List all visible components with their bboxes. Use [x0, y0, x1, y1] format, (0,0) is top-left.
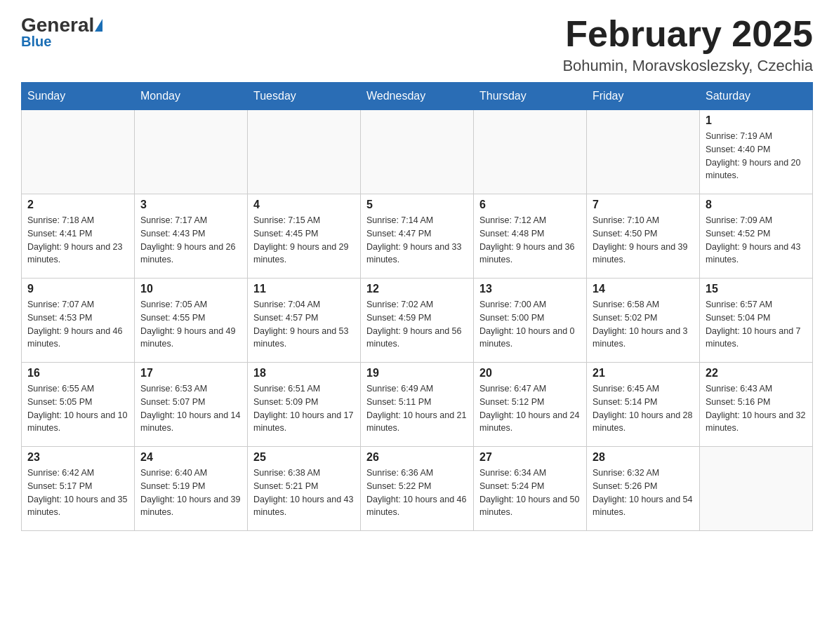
day-info: Sunrise: 6:55 AMSunset: 5:05 PMDaylight:…	[27, 382, 128, 435]
table-row	[361, 110, 474, 194]
day-number: 13	[479, 283, 581, 295]
table-row: 27Sunrise: 6:34 AMSunset: 5:24 PMDayligh…	[474, 447, 587, 531]
day-number: 15	[706, 283, 807, 295]
day-info: Sunrise: 6:47 AMSunset: 5:12 PMDaylight:…	[479, 382, 581, 435]
calendar-week-row: 1Sunrise: 7:19 AMSunset: 4:40 PMDaylight…	[22, 110, 813, 194]
table-row: 8Sunrise: 7:09 AMSunset: 4:52 PMDaylight…	[700, 194, 813, 279]
table-row: 21Sunrise: 6:45 AMSunset: 5:14 PMDayligh…	[587, 363, 700, 447]
col-thursday: Thursday	[474, 83, 587, 110]
table-row: 6Sunrise: 7:12 AMSunset: 4:48 PMDaylight…	[474, 194, 587, 279]
day-info: Sunrise: 7:17 AMSunset: 4:43 PMDaylight:…	[140, 214, 241, 267]
day-info: Sunrise: 7:15 AMSunset: 4:45 PMDaylight:…	[253, 214, 355, 267]
day-number: 8	[706, 199, 807, 211]
col-sunday: Sunday	[22, 83, 135, 110]
col-monday: Monday	[135, 83, 248, 110]
day-info: Sunrise: 6:51 AMSunset: 5:09 PMDaylight:…	[253, 382, 355, 435]
page-header: General Blue February 2025 Bohumin, Mora…	[21, 14, 813, 75]
month-title: February 2025	[562, 14, 813, 54]
table-row: 1Sunrise: 7:19 AMSunset: 4:40 PMDaylight…	[700, 110, 813, 194]
day-number: 7	[593, 199, 694, 211]
table-row	[587, 110, 700, 194]
table-row: 13Sunrise: 7:00 AMSunset: 5:00 PMDayligh…	[474, 279, 587, 363]
table-row: 20Sunrise: 6:47 AMSunset: 5:12 PMDayligh…	[474, 363, 587, 447]
day-number: 19	[366, 367, 468, 380]
day-number: 20	[479, 367, 581, 380]
calendar-week-row: 2Sunrise: 7:18 AMSunset: 4:41 PMDaylight…	[22, 194, 813, 279]
day-info: Sunrise: 7:12 AMSunset: 4:48 PMDaylight:…	[479, 214, 581, 267]
day-number: 17	[140, 367, 241, 380]
day-info: Sunrise: 6:45 AMSunset: 5:14 PMDaylight:…	[593, 382, 694, 435]
col-saturday: Saturday	[700, 83, 813, 110]
table-row: 25Sunrise: 6:38 AMSunset: 5:21 PMDayligh…	[248, 447, 361, 531]
location-text: Bohumin, Moravskoslezsky, Czechia	[562, 57, 813, 75]
calendar-week-row: 9Sunrise: 7:07 AMSunset: 4:53 PMDaylight…	[22, 279, 813, 363]
calendar-header-row: Sunday Monday Tuesday Wednesday Thursday…	[22, 83, 813, 110]
day-info: Sunrise: 7:02 AMSunset: 4:59 PMDaylight:…	[366, 298, 468, 351]
table-row: 22Sunrise: 6:43 AMSunset: 5:16 PMDayligh…	[700, 363, 813, 447]
day-info: Sunrise: 6:53 AMSunset: 5:07 PMDaylight:…	[140, 382, 241, 435]
col-wednesday: Wednesday	[361, 83, 474, 110]
day-info: Sunrise: 7:18 AMSunset: 4:41 PMDaylight:…	[27, 214, 128, 267]
day-info: Sunrise: 7:07 AMSunset: 4:53 PMDaylight:…	[27, 298, 128, 351]
table-row: 4Sunrise: 7:15 AMSunset: 4:45 PMDaylight…	[248, 194, 361, 279]
table-row: 23Sunrise: 6:42 AMSunset: 5:17 PMDayligh…	[22, 447, 135, 531]
day-info: Sunrise: 6:42 AMSunset: 5:17 PMDaylight:…	[27, 467, 128, 519]
day-info: Sunrise: 6:57 AMSunset: 5:04 PMDaylight:…	[706, 298, 807, 351]
table-row: 9Sunrise: 7:07 AMSunset: 4:53 PMDaylight…	[22, 279, 135, 363]
table-row: 18Sunrise: 6:51 AMSunset: 5:09 PMDayligh…	[248, 363, 361, 447]
calendar-week-row: 16Sunrise: 6:55 AMSunset: 5:05 PMDayligh…	[22, 363, 813, 447]
day-info: Sunrise: 6:36 AMSunset: 5:22 PMDaylight:…	[366, 467, 468, 519]
table-row: 19Sunrise: 6:49 AMSunset: 5:11 PMDayligh…	[361, 363, 474, 447]
day-number: 10	[140, 283, 241, 295]
day-number: 1	[706, 114, 807, 127]
day-info: Sunrise: 7:04 AMSunset: 4:57 PMDaylight:…	[253, 298, 355, 351]
day-number: 11	[253, 283, 355, 295]
calendar-week-row: 23Sunrise: 6:42 AMSunset: 5:17 PMDayligh…	[22, 447, 813, 531]
day-info: Sunrise: 6:32 AMSunset: 5:26 PMDaylight:…	[593, 467, 694, 519]
day-info: Sunrise: 7:00 AMSunset: 5:00 PMDaylight:…	[479, 298, 581, 351]
day-info: Sunrise: 6:58 AMSunset: 5:02 PMDaylight:…	[593, 298, 694, 351]
table-row: 16Sunrise: 6:55 AMSunset: 5:05 PMDayligh…	[22, 363, 135, 447]
day-info: Sunrise: 6:34 AMSunset: 5:24 PMDaylight:…	[479, 467, 581, 519]
logo-triangle-icon	[95, 19, 102, 32]
day-number: 25	[253, 451, 355, 464]
day-number: 22	[706, 367, 807, 380]
day-number: 23	[27, 451, 128, 464]
table-row	[700, 447, 813, 531]
day-number: 21	[593, 367, 694, 380]
day-number: 27	[479, 451, 581, 464]
calendar-table: Sunday Monday Tuesday Wednesday Thursday…	[21, 82, 813, 531]
table-row: 12Sunrise: 7:02 AMSunset: 4:59 PMDayligh…	[361, 279, 474, 363]
logo-blue-text: Blue	[21, 34, 51, 50]
day-info: Sunrise: 7:14 AMSunset: 4:47 PMDaylight:…	[366, 214, 468, 267]
day-number: 14	[593, 283, 694, 295]
day-info: Sunrise: 6:38 AMSunset: 5:21 PMDaylight:…	[253, 467, 355, 519]
table-row	[135, 110, 248, 194]
day-number: 16	[27, 367, 128, 380]
day-number: 6	[479, 199, 581, 211]
day-number: 12	[366, 283, 468, 295]
table-row: 28Sunrise: 6:32 AMSunset: 5:26 PMDayligh…	[587, 447, 700, 531]
table-row	[474, 110, 587, 194]
logo: General Blue	[21, 14, 103, 50]
table-row: 14Sunrise: 6:58 AMSunset: 5:02 PMDayligh…	[587, 279, 700, 363]
day-info: Sunrise: 7:09 AMSunset: 4:52 PMDaylight:…	[706, 214, 807, 267]
day-info: Sunrise: 7:19 AMSunset: 4:40 PMDaylight:…	[706, 130, 807, 182]
day-number: 26	[366, 451, 468, 464]
table-row	[248, 110, 361, 194]
title-section: February 2025 Bohumin, Moravskoslezsky, …	[562, 14, 813, 75]
day-info: Sunrise: 6:40 AMSunset: 5:19 PMDaylight:…	[140, 467, 241, 519]
day-number: 2	[27, 199, 128, 211]
day-number: 4	[253, 199, 355, 211]
day-number: 18	[253, 367, 355, 380]
day-info: Sunrise: 7:05 AMSunset: 4:55 PMDaylight:…	[140, 298, 241, 351]
table-row: 3Sunrise: 7:17 AMSunset: 4:43 PMDaylight…	[135, 194, 248, 279]
col-friday: Friday	[587, 83, 700, 110]
day-number: 5	[366, 199, 468, 211]
table-row: 15Sunrise: 6:57 AMSunset: 5:04 PMDayligh…	[700, 279, 813, 363]
day-info: Sunrise: 6:43 AMSunset: 5:16 PMDaylight:…	[706, 382, 807, 435]
day-number: 9	[27, 283, 128, 295]
table-row: 26Sunrise: 6:36 AMSunset: 5:22 PMDayligh…	[361, 447, 474, 531]
day-info: Sunrise: 7:10 AMSunset: 4:50 PMDaylight:…	[593, 214, 694, 267]
table-row: 24Sunrise: 6:40 AMSunset: 5:19 PMDayligh…	[135, 447, 248, 531]
